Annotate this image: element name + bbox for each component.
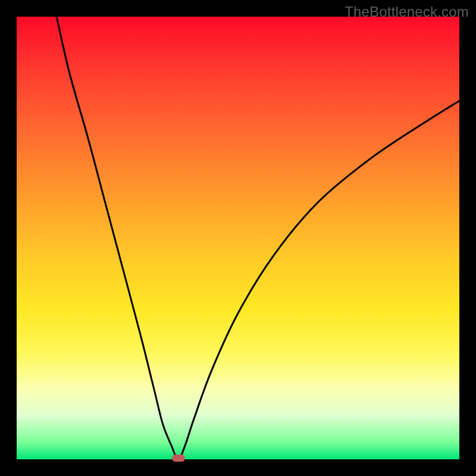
watermark-text: TheBottleneck.com <box>345 4 469 20</box>
min-marker <box>172 455 185 462</box>
bottleneck-curve-path <box>57 17 459 459</box>
curve-svg <box>17 17 459 459</box>
chart-frame: TheBottleneck.com <box>0 0 476 476</box>
plot-area <box>17 17 459 459</box>
